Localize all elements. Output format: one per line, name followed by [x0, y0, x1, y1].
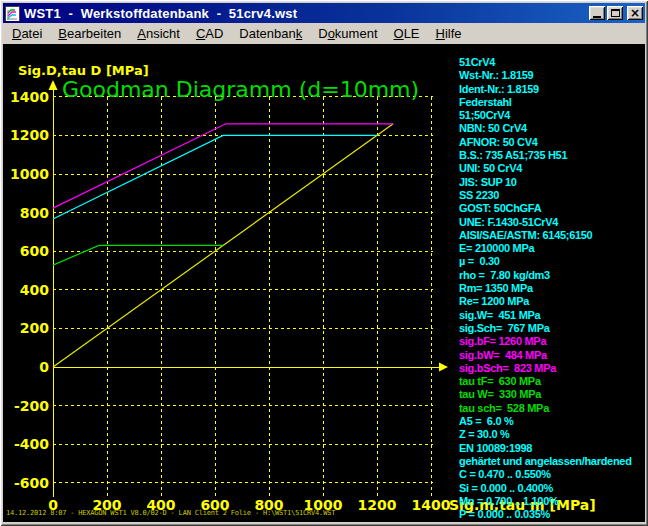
menu-bar: DateiBearbeitenAnsichtCADDatenbankDokume…	[3, 23, 645, 44]
menu-item-hilfe[interactable]: Hilfe	[428, 24, 470, 43]
chart-title: Goodman Diagramm (d=10mm)	[62, 77, 419, 102]
y-tick-label: -600	[14, 475, 49, 491]
material-data-line: JIS: SUP 10	[459, 176, 632, 189]
y-tick-label: 1400	[10, 89, 49, 105]
material-data-line: P = 0.000 .. 0.035%	[459, 508, 632, 521]
maximize-icon	[611, 9, 620, 17]
material-data-line: 51CrV4	[459, 56, 632, 69]
app-window: WST1 - Werkstoffdatenbank - 51crv4.wst ×…	[0, 0, 648, 526]
material-data-line: GOST: 50ChGFA	[459, 202, 632, 215]
y-axis-label: Sig.D,tau D [MPa]	[18, 63, 149, 78]
material-data-line: tau sch= 528 MPa	[459, 402, 632, 415]
x-tick-label: 1200	[358, 497, 397, 513]
y-tick-label: 600	[20, 243, 49, 259]
material-data-line: Wst-Nr.: 1.8159	[459, 69, 632, 82]
menu-item-cad[interactable]: CAD	[188, 24, 231, 43]
material-data-line: Z = 30.0 %	[459, 428, 632, 441]
material-data-panel: 51CrV4Wst-Nr.: 1.8159Ident-Nr.: 1.8159Fe…	[459, 56, 632, 521]
status-line: 14.12.2012 8:07 - HEXAGON WST1 V8.0/02-D…	[6, 509, 335, 517]
maximize-button[interactable]	[607, 6, 623, 20]
series-tau-torsion-limit	[53, 245, 223, 265]
series-sig-bending-limit	[53, 124, 393, 208]
minimize-button[interactable]	[589, 6, 605, 20]
material-data-line: SS 2230	[459, 189, 632, 202]
material-data-line: sig.bW= 484 MPa	[459, 349, 632, 362]
material-data-line: Ident-Nr.: 1.8159	[459, 83, 632, 96]
material-data-line: sig.bF= 1260 MPa	[459, 335, 632, 348]
y-tick-label: 800	[20, 205, 49, 221]
y-tick-label: 0	[39, 359, 49, 375]
material-data-line: A5 = 6.0 %	[459, 415, 632, 428]
material-data-line: Si = 0.000 .. 0.400%	[459, 482, 632, 495]
material-data-line: AFNOR: 50 CV4	[459, 136, 632, 149]
menu-item-ole[interactable]: OLE	[386, 24, 428, 43]
y-tick-label: -400	[14, 436, 49, 452]
title-bar[interactable]: WST1 - Werkstoffdatenbank - 51crv4.wst ×	[3, 3, 645, 23]
material-data-line: AISI/SAE/ASTM: 6145;6150	[459, 229, 632, 242]
material-data-line: tau tF= 630 MPa	[459, 375, 632, 388]
minimize-icon	[593, 16, 601, 18]
material-data-line: tau W= 330 MPa	[459, 388, 632, 401]
window-title: WST1 - Werkstoffdatenbank - 51crv4.wst	[24, 6, 587, 21]
material-data-line: Federstahl	[459, 96, 632, 109]
material-data-line: E= 210000 MPa	[459, 242, 632, 255]
material-data-line: B.S.: 735 A51;735 H51	[459, 149, 632, 162]
material-data-line: Mn = 0.700 .. 1.100%	[459, 495, 632, 508]
x-axis-arrow-icon	[439, 363, 448, 372]
material-data-line: EN 10089:1998	[459, 442, 632, 455]
close-icon: ×	[630, 7, 640, 19]
close-button[interactable]: ×	[627, 6, 643, 20]
material-data-line: sig.W= 451 MPa	[459, 309, 632, 322]
menu-item-ansicht[interactable]: Ansicht	[129, 24, 188, 43]
material-data-line: gehärtet und angelassen/hardened	[459, 455, 632, 468]
material-data-line: sig.bSch= 823 MPa	[459, 362, 632, 375]
material-data-line: Rm= 1350 MPa	[459, 282, 632, 295]
material-data-line: UNE: F.1430-51CrV4	[459, 216, 632, 229]
menu-item-dokument[interactable]: Dokument	[310, 24, 385, 43]
y-tick-label: 1000	[10, 166, 49, 182]
app-icon[interactable]	[5, 6, 20, 21]
x-tick-label: 1400	[412, 497, 451, 513]
material-data-line: Re= 1200 MPa	[459, 295, 632, 308]
y-tick-label: 400	[20, 282, 49, 298]
material-data-line: UNI: 50 CrV4	[459, 162, 632, 175]
y-axis-arrow-icon	[49, 80, 58, 90]
material-data-line: rho = 7.80 kg/dm3	[459, 269, 632, 282]
chart-client-area: 0200400600800100012001400-600-400-200020…	[3, 44, 645, 522]
y-tick-label: -200	[14, 398, 49, 414]
material-data-line: 51;50CrV4	[459, 109, 632, 122]
material-data-line: NBN: 50 CrV4	[459, 122, 632, 135]
material-data-line: µ = 0.30	[459, 255, 632, 268]
y-tick-label: 1200	[10, 127, 49, 143]
menu-item-datei[interactable]: Datei	[4, 24, 50, 43]
menu-item-bearbeiten[interactable]: Bearbeiten	[50, 24, 129, 43]
material-data-line: C = 0.470 .. 0.550%	[459, 468, 632, 481]
menu-item-datenbank[interactable]: Datenbank	[231, 24, 310, 43]
y-tick-label: 200	[20, 320, 49, 336]
material-data-line: sig.Sch= 767 MPa	[459, 322, 632, 335]
